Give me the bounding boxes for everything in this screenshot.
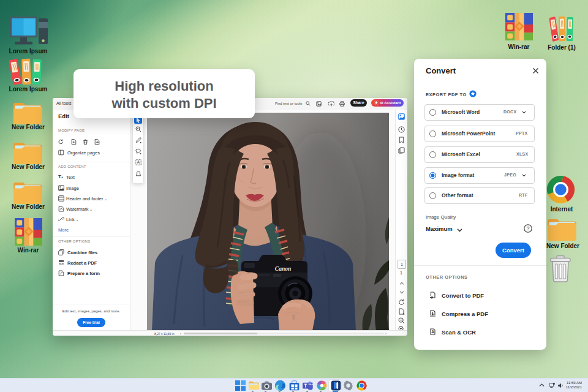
svg-text:A: A	[431, 330, 434, 334]
svg-text:Canon: Canon	[275, 266, 291, 272]
svg-text:?: ?	[527, 225, 530, 232]
svg-text:A: A	[137, 160, 140, 164]
